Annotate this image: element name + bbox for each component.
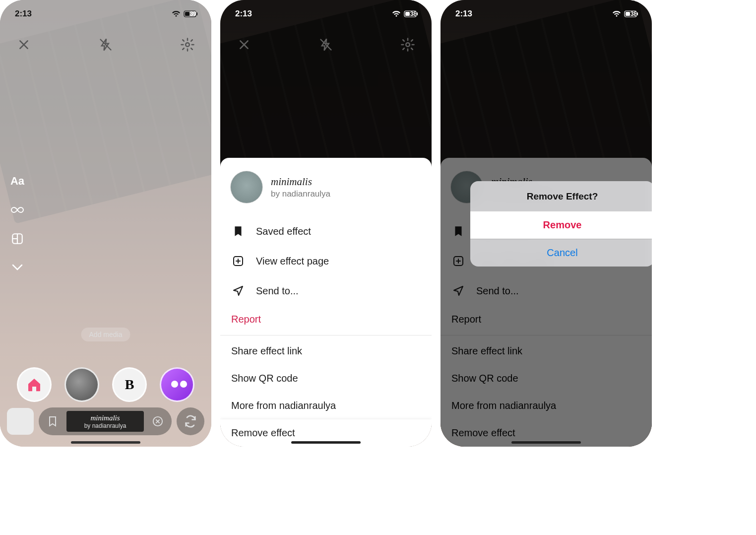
boomerang-icon[interactable] [10, 202, 25, 217]
home-indicator[interactable] [511, 441, 581, 444]
svg-point-9 [406, 43, 410, 47]
effect-eyes[interactable] [160, 367, 194, 402]
svg-rect-7 [405, 12, 410, 16]
battery-percent: 38 [410, 10, 417, 17]
effect-name-box[interactable]: minimalis by nadianraulya [66, 411, 144, 432]
gear-icon[interactable] [178, 35, 197, 55]
status-time: 2:13 [235, 9, 252, 19]
chevron-down-icon[interactable] [10, 260, 25, 275]
flash-off-icon[interactable] [96, 35, 116, 55]
tool-rail: Aa [10, 174, 25, 275]
clear-effect-icon[interactable] [151, 414, 165, 428]
alert-remove-button[interactable]: Remove [470, 211, 652, 239]
close-icon[interactable] [14, 35, 34, 55]
screenshot-2: 2:13 38 minimalis by nadianra [220, 0, 432, 447]
home-indicator[interactable] [71, 441, 140, 444]
text-tool-icon[interactable]: Aa [10, 174, 25, 189]
gear-icon [398, 35, 418, 55]
menu-send-to[interactable]: Send to... [220, 276, 432, 306]
wifi-icon [172, 10, 181, 17]
menu-more-from[interactable]: More from nadianraulya [220, 392, 432, 419]
sheet-effect-name: minimalis [271, 176, 330, 188]
menu-share-link[interactable]: Share effect link [220, 337, 432, 365]
bookmark-filled-icon [231, 224, 245, 238]
effect-b[interactable]: B [112, 367, 147, 402]
add-media-button[interactable]: Add media [81, 328, 130, 341]
home-indicator[interactable] [291, 441, 361, 444]
sheet-effect-author: by nadianraulya [271, 189, 330, 199]
effect-home[interactable] [17, 367, 52, 402]
menu-show-qr[interactable]: Show QR code [220, 365, 432, 392]
battery-percent: 39 [190, 10, 196, 17]
send-icon [231, 284, 245, 298]
effect-author-label: by nadianraulya [84, 422, 126, 429]
top-controls [220, 35, 432, 55]
close-icon [234, 35, 254, 55]
sheet-menu: Saved effect View effect page Send to...… [220, 216, 432, 447]
screenshot-3: 2:13 38 minimalis by nadianraulya Saved … [441, 0, 652, 447]
layout-tool-icon[interactable] [10, 231, 25, 246]
confirm-alert: Remove Effect? Remove Cancel [470, 181, 652, 267]
gallery-button[interactable] [7, 408, 34, 435]
bookmark-icon[interactable] [46, 414, 60, 428]
sheet-header: minimalis by nadianraulya [220, 163, 432, 212]
effect-info-pill[interactable]: minimalis by nadianraulya [39, 407, 172, 435]
bottom-bar: minimalis by nadianraulya [7, 406, 204, 437]
add-square-icon [231, 254, 245, 268]
menu-saved-effect[interactable]: Saved effect [220, 216, 432, 246]
effect-selected[interactable] [64, 367, 99, 402]
screenshot-1: 2:13 39 Aa A [0, 0, 211, 447]
top-controls [0, 35, 211, 55]
menu-view-effect-page[interactable]: View effect page [220, 246, 432, 276]
alert-title: Remove Effect? [470, 181, 652, 211]
status-bar: 2:13 39 [0, 9, 211, 19]
svg-point-3 [186, 43, 189, 47]
effect-name-label: minimalis [90, 414, 120, 422]
menu-report[interactable]: Report [220, 306, 432, 333]
svg-rect-1 [185, 12, 189, 16]
alert-cancel-button[interactable]: Cancel [470, 239, 652, 267]
status-bar: 2:13 38 [220, 9, 432, 19]
avatar[interactable] [230, 171, 263, 203]
status-time: 2:13 [15, 9, 32, 19]
wifi-icon [392, 10, 401, 17]
switch-camera-button[interactable] [177, 407, 204, 435]
effect-action-sheet: minimalis by nadianraulya Saved effect V… [220, 158, 432, 447]
effect-carousel[interactable]: B [0, 367, 211, 402]
flash-off-icon [316, 35, 336, 55]
